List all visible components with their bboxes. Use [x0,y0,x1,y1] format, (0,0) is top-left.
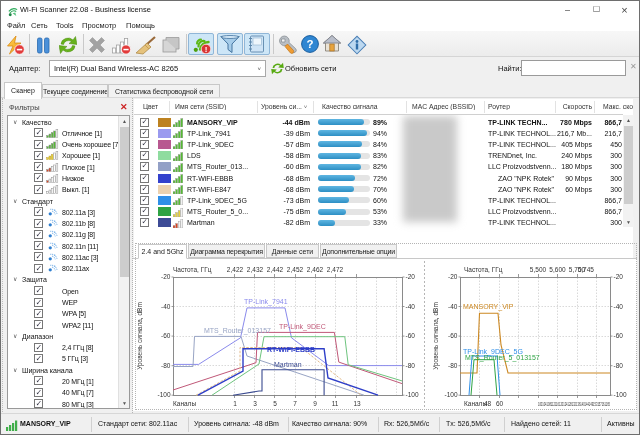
svg-text:2,432: 2,432 [247,266,264,273]
svg-text:-80: -80 [406,362,416,369]
svg-text:?: ? [306,38,313,50]
svg-text:MTS_Router_5_013157: MTS_Router_5_013157 [465,354,540,362]
svg-text:-80: -80 [614,362,624,369]
svg-text:-100: -100 [444,391,457,398]
svg-text:13: 13 [353,400,361,407]
svg-text:11: 11 [332,400,339,407]
svg-text:2,442: 2,442 [267,266,284,273]
svg-text:RT-WiFi-EBBB: RT-WiFi-EBBB [267,346,315,353]
svg-text:-100: -100 [614,391,627,398]
svg-text:MANSORY_VIP: MANSORY_VIP [463,303,514,311]
svg-text:-60: -60 [406,332,416,339]
svg-text:-40: -40 [614,303,624,310]
svg-text:60: 60 [496,400,504,407]
svg-text:2,452: 2,452 [287,266,304,273]
svg-text:TP-Link_7941: TP-Link_7941 [244,298,288,306]
svg-text:-60: -60 [614,332,624,339]
svg-text:-40: -40 [448,303,458,310]
svg-text:!: ! [205,45,208,54]
svg-text:-20: -20 [406,273,416,280]
svg-text:-40: -40 [161,303,171,310]
svg-text:-20: -20 [161,273,171,280]
svg-text:2,472: 2,472 [327,266,344,273]
svg-text:100104108112116120124128132136: 1001041081121161201241281321361401441491… [538,401,610,407]
svg-text:2,462: 2,462 [307,266,324,273]
svg-text:Уровень сигнала, dBm: Уровень сигнала, dBm [136,302,144,370]
svg-text:-80: -80 [161,362,171,369]
svg-text:5,600: 5,600 [549,266,566,273]
svg-text:-100: -100 [157,391,170,398]
svg-text:-80: -80 [448,362,458,369]
svg-text:Частота, ГГц: Частота, ГГц [173,266,212,274]
svg-text:48: 48 [484,400,492,407]
svg-text:5,745: 5,745 [578,266,595,273]
svg-text:MTS_Router_013157: MTS_Router_013157 [204,327,271,335]
svg-text:-20: -20 [614,273,624,280]
svg-text:3: 3 [253,400,257,407]
svg-text:Каналы: Каналы [173,400,196,407]
svg-text:5: 5 [273,400,277,407]
svg-text:Частота, ГГц: Частота, ГГц [464,266,503,274]
svg-text:-100: -100 [406,391,419,398]
svg-text:2,422: 2,422 [227,266,244,273]
svg-text:5,500: 5,500 [530,266,547,273]
svg-text:7: 7 [293,400,297,407]
svg-text:9: 9 [313,400,317,407]
svg-text:TP-Link_9DEC: TP-Link_9DEC [279,323,326,331]
svg-text:-20: -20 [448,273,458,280]
svg-text:-60: -60 [448,332,458,339]
svg-text:-40: -40 [406,303,416,310]
svg-text:-60: -60 [161,332,171,339]
svg-text:Уровень сигнала, dBm: Уровень сигнала, dBm [432,302,440,370]
svg-text:Martman: Martman [274,361,302,368]
svg-text:1: 1 [233,400,237,407]
